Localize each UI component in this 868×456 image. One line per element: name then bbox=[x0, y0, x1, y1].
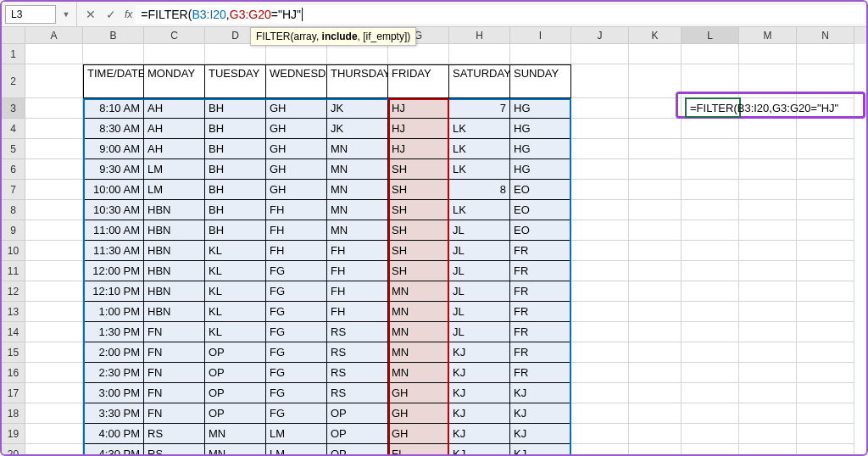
cell-F4[interactable]: JK bbox=[327, 119, 388, 139]
cell-N5[interactable] bbox=[797, 139, 854, 159]
cell-L8[interactable] bbox=[682, 200, 739, 220]
cell-J14[interactable] bbox=[571, 322, 629, 342]
cell-H14[interactable]: JL bbox=[449, 322, 510, 342]
cell-D7[interactable]: BH bbox=[205, 180, 266, 200]
cell-N2[interactable] bbox=[797, 64, 854, 98]
cell-J20[interactable] bbox=[571, 444, 629, 454]
row-hdr-14[interactable]: 14 bbox=[2, 322, 25, 342]
cell-D20[interactable]: MN bbox=[205, 444, 266, 454]
cell-J13[interactable] bbox=[571, 302, 629, 322]
cell-C6[interactable]: LM bbox=[144, 159, 205, 180]
cell-M14[interactable] bbox=[739, 322, 797, 342]
cell-N8[interactable] bbox=[797, 200, 854, 220]
cell-N4[interactable] bbox=[797, 119, 854, 139]
cell-K11[interactable] bbox=[629, 261, 682, 281]
row-hdr-10[interactable]: 10 bbox=[2, 241, 25, 261]
cell-K3[interactable] bbox=[629, 98, 682, 119]
cell-E1[interactable] bbox=[266, 44, 327, 64]
cell-I3[interactable]: HG bbox=[510, 98, 571, 119]
cell-M19[interactable] bbox=[739, 424, 797, 444]
cell-K17[interactable] bbox=[629, 383, 682, 403]
cell-A16[interactable] bbox=[25, 363, 83, 383]
cell-N18[interactable] bbox=[797, 403, 854, 424]
cell-G5[interactable]: HJ bbox=[388, 139, 449, 159]
cell-H12[interactable]: JL bbox=[449, 281, 510, 302]
cell-G16[interactable]: MN bbox=[388, 363, 449, 383]
cell-J2[interactable] bbox=[571, 64, 629, 98]
cell-A2[interactable] bbox=[25, 64, 83, 98]
cell-A8[interactable] bbox=[25, 200, 83, 220]
cell-A10[interactable] bbox=[25, 241, 83, 261]
cell-D3[interactable]: BH bbox=[205, 98, 266, 119]
cell-E4[interactable]: GH bbox=[266, 119, 327, 139]
col-hdr-K[interactable]: K bbox=[629, 27, 682, 44]
cell-F20[interactable]: OP bbox=[327, 444, 388, 454]
cell-E19[interactable]: LM bbox=[266, 424, 327, 444]
cell-C19[interactable]: RS bbox=[144, 424, 205, 444]
cell-L19[interactable] bbox=[682, 424, 739, 444]
cell-H13[interactable]: JL bbox=[449, 302, 510, 322]
cell-M17[interactable] bbox=[739, 383, 797, 403]
cell-D19[interactable]: MN bbox=[205, 424, 266, 444]
cell-H10[interactable]: JL bbox=[449, 241, 510, 261]
cell-K19[interactable] bbox=[629, 424, 682, 444]
cell-B7[interactable]: 10:00 AM bbox=[83, 180, 144, 200]
cell-J9[interactable] bbox=[571, 220, 629, 241]
cell-F12[interactable]: FH bbox=[327, 281, 388, 302]
row-hdr-4[interactable]: 4 bbox=[2, 119, 25, 139]
cell-H7[interactable]: 8 bbox=[449, 180, 510, 200]
cell-J19[interactable] bbox=[571, 424, 629, 444]
cell-K4[interactable] bbox=[629, 119, 682, 139]
cell-K18[interactable] bbox=[629, 403, 682, 424]
cell-F19[interactable]: OP bbox=[327, 424, 388, 444]
cell-H2[interactable]: SATURDAY bbox=[449, 64, 510, 98]
cell-E16[interactable]: FG bbox=[266, 363, 327, 383]
cell-H15[interactable]: KJ bbox=[449, 342, 510, 363]
cell-L5[interactable] bbox=[682, 139, 739, 159]
cell-L11[interactable] bbox=[682, 261, 739, 281]
row-hdr-15[interactable]: 15 bbox=[2, 342, 25, 363]
cell-C17[interactable]: FN bbox=[144, 383, 205, 403]
cell-G3[interactable]: HJ bbox=[388, 98, 449, 119]
cell-K10[interactable] bbox=[629, 241, 682, 261]
cancel-icon[interactable]: ✕ bbox=[81, 4, 101, 25]
cell-M16[interactable] bbox=[739, 363, 797, 383]
cell-G20[interactable]: FI bbox=[388, 444, 449, 454]
row-hdr-2[interactable]: 2 bbox=[2, 64, 25, 98]
cell-A18[interactable] bbox=[25, 403, 83, 424]
cell-N9[interactable] bbox=[797, 220, 854, 241]
cell-F1[interactable] bbox=[327, 44, 388, 64]
cell-G18[interactable]: GH bbox=[388, 403, 449, 424]
cell-I8[interactable]: EO bbox=[510, 200, 571, 220]
cell-G14[interactable]: MN bbox=[388, 322, 449, 342]
cell-M2[interactable] bbox=[739, 64, 797, 98]
cell-K13[interactable] bbox=[629, 302, 682, 322]
cell-D15[interactable]: OP bbox=[205, 342, 266, 363]
cell-H18[interactable]: KJ bbox=[449, 403, 510, 424]
cell-C8[interactable]: HBN bbox=[144, 200, 205, 220]
cell-I12[interactable]: FR bbox=[510, 281, 571, 302]
cell-G6[interactable]: SH bbox=[388, 159, 449, 180]
cell-F17[interactable]: RS bbox=[327, 383, 388, 403]
row-hdr-11[interactable]: 11 bbox=[2, 261, 25, 281]
cell-D5[interactable]: BH bbox=[205, 139, 266, 159]
cell-J7[interactable] bbox=[571, 180, 629, 200]
cell-B13[interactable]: 1:00 PM bbox=[83, 302, 144, 322]
row-hdr-5[interactable]: 5 bbox=[2, 139, 25, 159]
cell-M7[interactable] bbox=[739, 180, 797, 200]
cell-F16[interactable]: RS bbox=[327, 363, 388, 383]
cell-G8[interactable]: SH bbox=[388, 200, 449, 220]
cell-K16[interactable] bbox=[629, 363, 682, 383]
cell-F11[interactable]: FH bbox=[327, 261, 388, 281]
cell-L7[interactable] bbox=[682, 180, 739, 200]
cell-A5[interactable] bbox=[25, 139, 83, 159]
cell-I15[interactable]: FR bbox=[510, 342, 571, 363]
cell-A13[interactable] bbox=[25, 302, 83, 322]
cell-E6[interactable]: GH bbox=[266, 159, 327, 180]
cell-C16[interactable]: FN bbox=[144, 363, 205, 383]
cell-H20[interactable]: KJ bbox=[449, 444, 510, 454]
cell-F9[interactable]: MN bbox=[327, 220, 388, 241]
cell-D2[interactable]: TUESDAY bbox=[205, 64, 266, 98]
cell-J16[interactable] bbox=[571, 363, 629, 383]
cell-I9[interactable]: EO bbox=[510, 220, 571, 241]
